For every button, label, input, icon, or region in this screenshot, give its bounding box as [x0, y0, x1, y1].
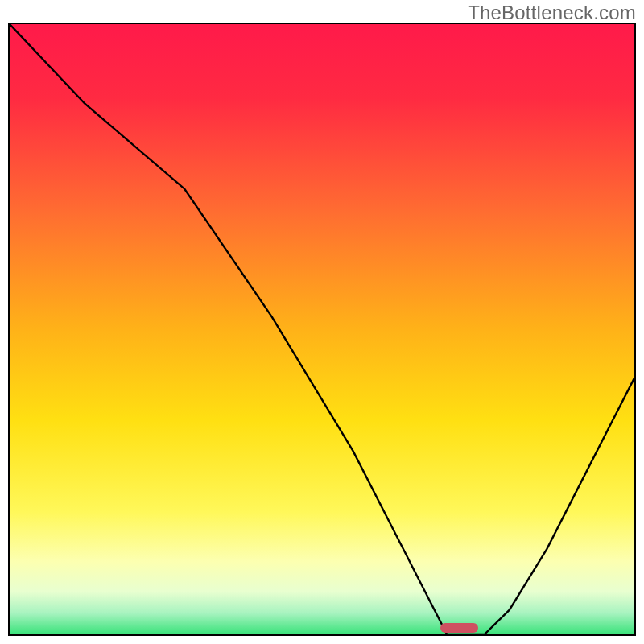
bottleneck-curve	[10, 24, 634, 634]
optimal-marker	[440, 623, 478, 633]
chart-frame	[8, 23, 636, 636]
chart-container: TheBottleneck.com	[0, 0, 644, 644]
watermark-text: TheBottleneck.com	[468, 2, 636, 24]
